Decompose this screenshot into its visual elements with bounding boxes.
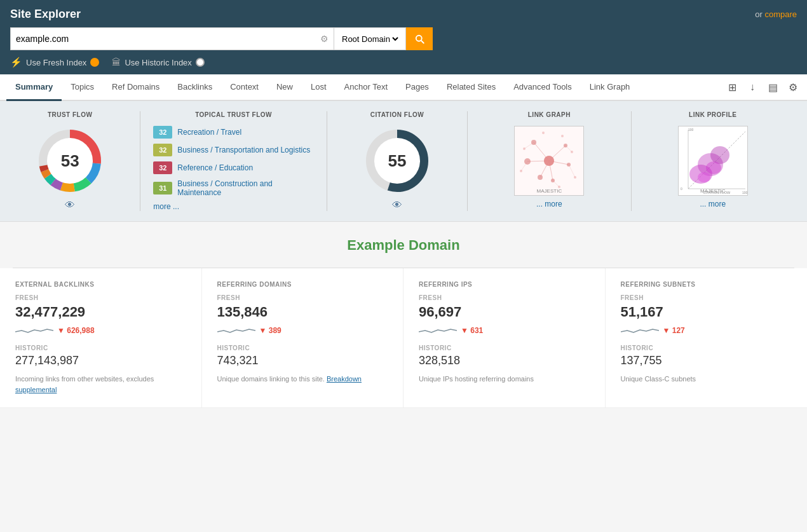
stat-fresh-number: 32,477,229: [15, 304, 186, 320]
stat-fresh-label: FRESH: [15, 294, 186, 301]
trust-flow-title: TRUST FLOW: [13, 111, 127, 118]
tab-actions-area: ⊞ ↓ ▤ ⚙: [724, 79, 801, 95]
svg-text:100: 100: [742, 191, 747, 194]
stat-fresh-label: FRESH: [621, 294, 792, 301]
search-button[interactable]: [406, 27, 433, 50]
stat-description-link[interactable]: Breakdown: [327, 375, 362, 383]
tab-related-sites[interactable]: Related Sites: [438, 74, 505, 101]
tab-ref-domains[interactable]: Ref Domains: [103, 74, 168, 101]
stat-label: REFERRING SUBNETS: [621, 281, 792, 288]
link-profile-more[interactable]: ... more: [700, 200, 726, 208]
tab-lost[interactable]: Lost: [302, 74, 336, 101]
stat-label: EXTERNAL BACKLINKS: [15, 281, 186, 288]
historic-index-option[interactable]: 🏛 Use Historic Index: [112, 57, 204, 67]
trust-flow-history-icon[interactable]: 👁: [65, 200, 75, 211]
tab-new[interactable]: New: [268, 74, 302, 101]
topical-label[interactable]: Business / Construction and Maintenance: [177, 179, 313, 197]
citation-flow-title: CITATION FLOW: [340, 111, 454, 118]
trend-sparkline: [15, 324, 53, 337]
stat-fresh-label: FRESH: [217, 294, 388, 301]
trust-flow-value: 53: [61, 151, 79, 171]
trust-flow-widget: 53 👁: [13, 126, 127, 211]
svg-point-33: [561, 135, 564, 137]
trend-sparkline: [419, 324, 457, 337]
stat-description: Unique IPs hosting referring domains: [419, 374, 590, 385]
historic-index-radio[interactable]: [196, 58, 205, 67]
domain-title: Example Domain: [0, 237, 807, 254]
trend-delta: ▼ 626,988: [57, 326, 95, 335]
building-icon: 🏛: [112, 57, 121, 67]
tab-link-graph[interactable]: Link Graph: [581, 74, 639, 101]
topical-label[interactable]: Recreation / Travel: [177, 128, 241, 137]
compare-or-text: or: [755, 10, 763, 19]
svg-point-46: [698, 172, 710, 182]
citation-flow-section: CITATION FLOW 55 👁: [327, 111, 468, 211]
link-profile-title: LINK PROFILE: [689, 111, 736, 118]
link-profile-section: LINK PROFILE TRUST FLOW CITATION FLOW 10…: [632, 111, 794, 211]
domain-type-select[interactable]: Root Domain Domain URL Prefix: [339, 34, 400, 44]
metrics-bar: TRUST FLOW 53 👁: [0, 101, 807, 222]
grid-icon[interactable]: ⊞: [724, 79, 740, 95]
svg-text:100: 100: [688, 128, 694, 132]
stat-col: REFERRING SUBNETS FRESH 51,167 ▼ 127 HIS…: [606, 268, 808, 407]
topical-rows: 32 Recreation / Travel 32 Business / Tra…: [153, 126, 313, 197]
stat-col: EXTERNAL BACKLINKS FRESH 32,477,229 ▼ 62…: [0, 268, 202, 407]
topical-row: 31 Business / Construction and Maintenan…: [153, 179, 313, 197]
compare-link[interactable]: compare: [764, 10, 797, 19]
search-input[interactable]: [16, 34, 320, 44]
link-profile-svg: TRUST FLOW CITATION FLOW 100 100 0: [679, 126, 747, 195]
topical-badge: 32: [153, 144, 172, 156]
tab-context[interactable]: Context: [221, 74, 268, 101]
fresh-index-radio[interactable]: [90, 58, 99, 67]
stat-col: REFERRING DOMAINS FRESH 135,846 ▼ 389 HI…: [202, 268, 404, 407]
compare-area: or compare: [755, 10, 797, 19]
topical-badge: 31: [153, 182, 172, 194]
download-icon[interactable]: ↓: [745, 79, 760, 95]
historic-index-label: Use Historic Index: [125, 58, 191, 67]
link-graph-svg: [515, 126, 583, 195]
topical-row: 32 Recreation / Travel: [153, 126, 313, 139]
stat-description: Incoming links from other websites, excl…: [15, 374, 186, 395]
app-title: Site Explorer: [10, 8, 81, 21]
link-graph-image[interactable]: MAJESTIC: [514, 126, 584, 196]
tab-topics[interactable]: Topics: [62, 74, 103, 101]
settings-icon[interactable]: ⚙: [320, 34, 329, 44]
site-explorer-header: Site Explorer or compare ⚙ Root Domain D…: [0, 0, 807, 74]
link-graph-title: LINK GRAPH: [528, 111, 571, 118]
topical-badge: 32: [153, 126, 172, 139]
link-profile-image[interactable]: TRUST FLOW CITATION FLOW 100 100 0 MAJES…: [678, 126, 748, 196]
topical-label[interactable]: Business / Transportation and Logistics: [177, 146, 310, 154]
topical-badge: 32: [153, 161, 172, 174]
index-options-row: ⚡ Use Fresh Index 🏛 Use Historic Index: [10, 57, 797, 68]
link-profile-majestic-label: MAJESTIC: [700, 188, 726, 194]
citation-flow-history-icon[interactable]: 👁: [392, 200, 402, 211]
stat-historic-label: HISTORIC: [217, 344, 388, 351]
citation-flow-widget: 55 👁: [340, 126, 454, 211]
svg-text:0: 0: [681, 187, 682, 191]
trend-sparkline: [621, 324, 659, 337]
stat-fresh-label: FRESH: [419, 294, 590, 301]
tools-icon[interactable]: ⚙: [785, 79, 801, 95]
stat-historic-label: HISTORIC: [15, 344, 186, 351]
tab-summary[interactable]: Summary: [6, 74, 62, 101]
link-graph-majestic-label: MAJESTIC: [537, 188, 562, 194]
stat-fresh-number: 135,846: [217, 304, 388, 320]
topical-more-link[interactable]: more ...: [153, 202, 313, 211]
stat-historic-number: 137,755: [621, 354, 792, 367]
link-graph-more[interactable]: ... more: [536, 200, 562, 208]
stat-trend: ▼ 389: [217, 324, 388, 337]
topical-row: 32 Business / Transportation and Logisti…: [153, 144, 313, 156]
stat-trend: ▼ 626,988: [15, 324, 186, 337]
stat-historic-number: 743,321: [217, 354, 388, 367]
table-icon[interactable]: ▤: [765, 79, 780, 95]
tab-anchor-text[interactable]: Anchor Text: [336, 74, 397, 101]
fresh-index-option[interactable]: ⚡ Use Fresh Index: [10, 57, 99, 68]
tab-backlinks[interactable]: Backlinks: [168, 74, 221, 101]
topical-label[interactable]: Reference / Education: [177, 163, 253, 172]
stats-grid: EXTERNAL BACKLINKS FRESH 32,477,229 ▼ 62…: [0, 268, 807, 408]
stat-description-link[interactable]: supplemental: [15, 386, 57, 393]
tab-advanced-tools[interactable]: Advanced Tools: [505, 74, 581, 101]
tab-pages[interactable]: Pages: [397, 74, 438, 101]
svg-point-26: [538, 175, 543, 180]
stat-fresh-number: 51,167: [621, 304, 792, 320]
